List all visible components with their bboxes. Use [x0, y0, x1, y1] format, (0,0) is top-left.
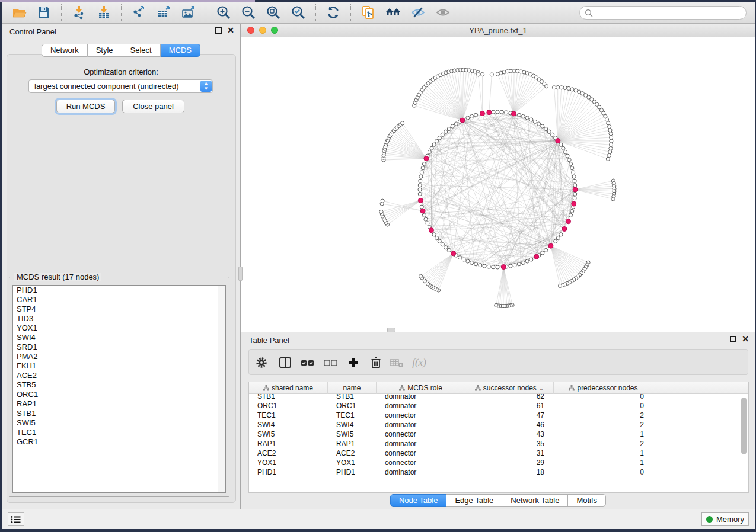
mcds-result-item[interactable]: YOX1: [13, 323, 225, 333]
network-node[interactable]: [381, 199, 384, 203]
mcds-result-item[interactable]: FKH1: [13, 361, 225, 371]
mcds-hub-node[interactable]: [534, 254, 539, 259]
close-panel-icon[interactable]: ✕: [227, 27, 234, 34]
network-node[interactable]: [545, 85, 548, 88]
network-node[interactable]: [559, 143, 563, 146]
column-header-name[interactable]: name: [328, 382, 377, 394]
network-node[interactable]: [492, 110, 495, 114]
network-node[interactable]: [567, 158, 571, 162]
network-node[interactable]: [569, 162, 573, 166]
table-row[interactable]: ORC1ORC1dominator610: [249, 401, 748, 411]
network-node[interactable]: [441, 133, 444, 136]
network-node[interactable]: [480, 72, 484, 76]
network-node[interactable]: [573, 184, 577, 187]
network-node[interactable]: [496, 265, 499, 269]
network-node[interactable]: [500, 110, 503, 114]
mcds-result-item[interactable]: PHD1: [13, 286, 225, 295]
mcds-hub-node[interactable]: [480, 111, 485, 116]
column-header-predecessor-nodes[interactable]: predecessor nodes: [554, 382, 653, 394]
network-node[interactable]: [556, 85, 560, 89]
tab-mcds[interactable]: MCDS: [161, 44, 200, 57]
network-node[interactable]: [570, 88, 574, 91]
network-node[interactable]: [441, 243, 444, 246]
network-node[interactable]: [572, 171, 575, 174]
network-node[interactable]: [470, 261, 474, 265]
network-node[interactable]: [432, 233, 436, 236]
mcds-result-item[interactable]: TID3: [13, 314, 225, 323]
network-node[interactable]: [401, 121, 404, 125]
network-node[interactable]: [435, 236, 438, 240]
mcds-result-item[interactable]: PMA2: [13, 352, 225, 361]
close-panel-button[interactable]: Close panel: [122, 100, 184, 113]
tab-network[interactable]: Network: [42, 44, 88, 57]
mcds-hub-node[interactable]: [424, 156, 429, 161]
network-node[interactable]: [419, 175, 423, 178]
network-node[interactable]: [495, 303, 498, 307]
network-node[interactable]: [607, 121, 610, 125]
import-table-button[interactable]: [95, 4, 113, 21]
column-header-successor-nodes[interactable]: successor nodes⌄: [465, 382, 554, 394]
float-panel-icon[interactable]: [215, 27, 222, 34]
network-node[interactable]: [547, 130, 551, 133]
network-node[interactable]: [419, 274, 423, 278]
mcds-hub-node[interactable]: [566, 219, 570, 224]
network-node[interactable]: [422, 213, 426, 217]
close-panel-icon[interactable]: ✕: [742, 336, 749, 342]
network-node[interactable]: [496, 110, 499, 114]
network-node[interactable]: [573, 192, 577, 196]
network-node[interactable]: [454, 122, 458, 126]
network-node[interactable]: [432, 143, 436, 146]
zoom-selected-button[interactable]: [289, 4, 307, 21]
table-row[interactable]: ACE2ACE2connector311: [249, 448, 748, 458]
network-node[interactable]: [606, 157, 610, 161]
network-node[interactable]: [556, 236, 560, 240]
network-node[interactable]: [435, 139, 438, 143]
network-canvas[interactable]: [241, 37, 755, 332]
show-log-console-button[interactable]: [8, 512, 24, 526]
network-node[interactable]: [487, 265, 490, 268]
network-node[interactable]: [479, 264, 482, 267]
table-row[interactable]: RAP1RAP1dominator352: [249, 439, 748, 448]
memory-button[interactable]: Memory: [701, 512, 749, 526]
network-node[interactable]: [517, 262, 521, 266]
network-node[interactable]: [418, 184, 422, 187]
mcds-hub-node[interactable]: [487, 110, 492, 115]
network-node[interactable]: [559, 233, 563, 236]
mcds-hub-node[interactable]: [460, 118, 465, 123]
table-scrollbar-thumb[interactable]: [741, 398, 747, 454]
table-row[interactable]: SWI4SWI4dominator462: [249, 420, 748, 430]
column-header-MCDS-role[interactable]: MCDS role: [377, 382, 465, 394]
network-node[interactable]: [421, 166, 425, 170]
network-node[interactable]: [608, 150, 612, 153]
hide-selected-button[interactable]: [409, 4, 427, 21]
network-node[interactable]: [451, 124, 454, 128]
mcds-hub-node[interactable]: [429, 228, 433, 233]
tab-motifs[interactable]: Motifs: [568, 494, 606, 507]
network-node[interactable]: [609, 132, 613, 136]
network-node[interactable]: [447, 248, 451, 252]
mcds-hub-node[interactable]: [420, 209, 425, 213]
network-node[interactable]: [513, 264, 516, 267]
criterion-dropdown[interactable]: largest connected component (undirected)…: [28, 79, 213, 93]
network-node[interactable]: [609, 146, 613, 150]
network-node[interactable]: [560, 86, 563, 89]
tab-node-table[interactable]: Node Table: [390, 494, 447, 507]
network-node[interactable]: [462, 258, 465, 261]
function-builder-button[interactable]: f(x): [409, 350, 429, 376]
network-node[interactable]: [533, 120, 537, 123]
network-node[interactable]: [525, 259, 529, 263]
run-mcds-button[interactable]: Run MCDS: [56, 100, 115, 113]
network-node[interactable]: [517, 113, 521, 117]
mcds-hub-node[interactable]: [451, 251, 456, 256]
delete-table-button[interactable]: [387, 350, 407, 376]
export-table-button[interactable]: [155, 4, 173, 21]
network-node[interactable]: [521, 261, 525, 265]
network-node[interactable]: [610, 136, 613, 139]
mcds-result-item[interactable]: ORC1: [13, 390, 225, 399]
network-node[interactable]: [570, 166, 574, 170]
mcds-result-item[interactable]: STP4: [13, 305, 225, 314]
mcds-hub-node[interactable]: [418, 198, 423, 203]
export-image-button[interactable]: [180, 4, 197, 21]
network-node[interactable]: [544, 127, 548, 130]
network-node[interactable]: [438, 239, 441, 243]
